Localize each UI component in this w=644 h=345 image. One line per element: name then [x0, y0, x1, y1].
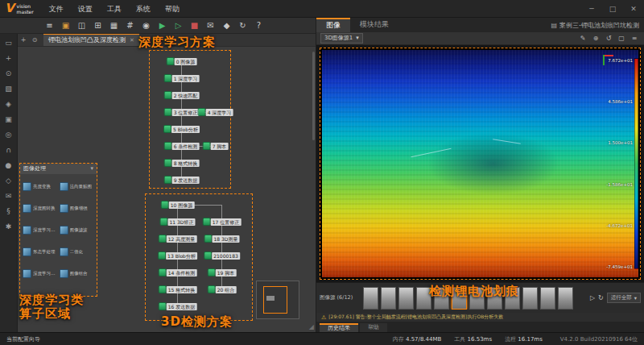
filmstrip-thumbnail[interactable]	[363, 287, 378, 310]
filmstrip-thumbnail[interactable]	[522, 287, 538, 310]
maximize-button[interactable]: □	[602, 0, 623, 18]
flow-node[interactable]: 0 图像源	[167, 57, 197, 65]
image-source-select[interactable]: 3D图像源1 ▾	[320, 33, 363, 44]
measure-tool-icon[interactable]: ∩	[2, 143, 16, 157]
flow-node[interactable]: 10 图像源	[162, 201, 195, 209]
location-tool-icon[interactable]: ◎	[2, 128, 16, 142]
minimap-content	[266, 296, 275, 301]
flow-canvas[interactable]: +⊙ 锂电池划痕凹凸及深度检测 ✕ 0 图像源1 深度学习2 快速匹配3 位置修…	[18, 34, 316, 332]
flow-node[interactable]: 21000183	[204, 251, 240, 260]
menu-item[interactable]: 设置	[71, 0, 100, 18]
flow-node[interactable]: 9 发送数据	[165, 176, 200, 184]
more-view-icon[interactable]: ≡	[629, 35, 640, 42]
menu-icon[interactable]: ≡	[42, 18, 57, 34]
settings-tool-icon[interactable]: ✱	[2, 220, 16, 234]
flow-node[interactable]: 16 发送数据	[159, 302, 197, 310]
run-mode-select[interactable]: 运行全部 ▾	[607, 293, 641, 303]
flow-node[interactable]: 6 条件检测	[165, 142, 200, 150]
flow-node[interactable]: 14 条件检测	[159, 268, 197, 276]
flow-node[interactable]: 19 脚本	[208, 268, 237, 276]
blob-tool-icon[interactable]: ●	[2, 159, 16, 172]
bottom-tab[interactable]: 历史结果	[320, 323, 358, 332]
menu-item[interactable]: 帮助	[158, 0, 187, 18]
pan-canvas-icon[interactable]: +	[18, 36, 29, 44]
close-tab-icon[interactable]: ✕	[130, 35, 134, 46]
script-tool-icon[interactable]: §	[2, 205, 16, 218]
run-once-icon[interactable]: ▷	[171, 18, 186, 34]
save-solution-icon[interactable]: ◫	[74, 18, 89, 34]
flow-node[interactable]: 1 深度学习	[165, 74, 200, 82]
flow-node[interactable]: 12 高度测量	[159, 235, 197, 243]
record-icon[interactable]: ◉	[138, 18, 154, 34]
operator-item[interactable]: 深度图转换	[23, 204, 58, 213]
flow-node[interactable]: 17 位置修正	[204, 218, 242, 226]
flow-node[interactable]: 3 位置修正	[165, 108, 200, 116]
operator-item[interactable]: 图像滤波	[60, 226, 95, 235]
filmstrip-thumbnail[interactable]	[558, 287, 573, 310]
operator-item[interactable]: 图像组合	[60, 269, 95, 278]
flow-node[interactable]: 11 3D矫正	[161, 218, 196, 226]
flow-node[interactable]: 5 Blob分析	[164, 125, 200, 133]
stop-icon[interactable]: ■	[187, 18, 202, 34]
help-icon[interactable]: ?	[251, 18, 266, 34]
flow-node[interactable]: 20 组合	[208, 285, 237, 293]
operator-item[interactable]: 深度学习训练	[23, 226, 58, 235]
rp-tab[interactable]: 模块结果	[350, 18, 398, 32]
flow-node[interactable]: 7 脚本	[204, 142, 229, 150]
menu-item[interactable]: 工具	[100, 0, 129, 18]
new-flow-icon[interactable]: ⊞	[90, 18, 105, 34]
operator-item[interactable]: 形态学处理	[23, 247, 58, 256]
undo-view-icon[interactable]: ↺	[603, 35, 614, 42]
pointer-tool-icon[interactable]: ▭	[2, 36, 16, 50]
play-icon[interactable]: ▷	[590, 294, 595, 301]
comm-tool-icon[interactable]: ✉	[2, 189, 16, 203]
open-solution-icon[interactable]: ▣	[58, 18, 73, 34]
canvas-vertical-scrollbar[interactable]	[312, 52, 315, 140]
close-button[interactable]: ✕	[623, 0, 644, 18]
loop-icon[interactable]: ↻	[598, 294, 604, 301]
zoom-tool-icon[interactable]: ⊙	[2, 67, 16, 81]
message-icon[interactable]: ✉	[203, 18, 218, 34]
image-viewport[interactable]: 7.672e+014.586e+011.500e+01-1.586e+01-4.…	[316, 45, 644, 282]
crosshair-icon[interactable]: ⊕	[590, 35, 601, 42]
minimize-button[interactable]: ─	[581, 0, 602, 18]
match-tool-icon[interactable]: ▣	[2, 113, 16, 127]
flow-node[interactable]: 2 快速匹配	[165, 91, 200, 99]
edit-overlay-icon[interactable]: ✎	[577, 35, 588, 42]
operator-panel-header[interactable]: 图像处理 ▾	[20, 164, 97, 174]
filmstrip-thumbnail[interactable]	[381, 287, 396, 310]
module-list-icon[interactable]: ▦	[106, 18, 122, 34]
operator-item[interactable]: 图像增强	[60, 204, 95, 213]
deep-learning-icon[interactable]: ◈	[2, 98, 16, 111]
module-icon	[165, 92, 171, 98]
flow-node[interactable]: 8 格式转换	[165, 159, 200, 167]
grid-view-icon[interactable]: #	[122, 18, 138, 34]
filmstrip-thumbnail[interactable]	[540, 287, 555, 310]
flow-tab[interactable]: 锂电池划痕凹凸及深度检测 ✕	[43, 34, 139, 46]
canvas-minimap[interactable]	[256, 281, 299, 319]
image-source-icon[interactable]: ▧	[2, 82, 16, 96]
config-wizard-link[interactable]: 当前配置向导	[6, 335, 40, 343]
pan-tool-icon[interactable]: +	[2, 52, 16, 65]
flow-node[interactable]: 15 格式转换	[159, 285, 197, 293]
flow-node[interactable]: 4 深度学习	[199, 108, 233, 116]
operator-item[interactable]: 法向量贴图	[60, 182, 95, 191]
operator-item[interactable]: 二值化	[60, 247, 95, 256]
viewer-toolbar: 3D图像源1 ▾ ✎⊕↺▢≡	[316, 32, 644, 45]
operator-item[interactable]: 深度学习推理	[23, 269, 58, 278]
filmstrip-thumbnail[interactable]	[398, 287, 414, 310]
flow-node[interactable]: 18 3D测量	[205, 235, 240, 243]
flow-node[interactable]: 13 Blob分析	[159, 251, 197, 260]
fit-view-icon[interactable]: ▢	[616, 35, 627, 42]
bottom-tab[interactable]: 帮助	[360, 323, 387, 332]
marker-icon[interactable]: ◆	[219, 18, 234, 34]
refresh-icon[interactable]: ↻	[235, 18, 250, 34]
run-all-icon[interactable]: ▶	[155, 18, 170, 34]
operator-item[interactable]: 亮度变换	[23, 182, 58, 191]
zoom-canvas-icon[interactable]: ⊙	[29, 36, 40, 44]
rp-tab[interactable]: 图像	[316, 18, 350, 32]
menu-item[interactable]: 系统	[129, 0, 158, 18]
logic-tool-icon[interactable]: ◇	[2, 174, 16, 188]
resize-grip-icon[interactable]: ◢	[309, 323, 314, 330]
menu-item[interactable]: 文件	[42, 0, 71, 18]
